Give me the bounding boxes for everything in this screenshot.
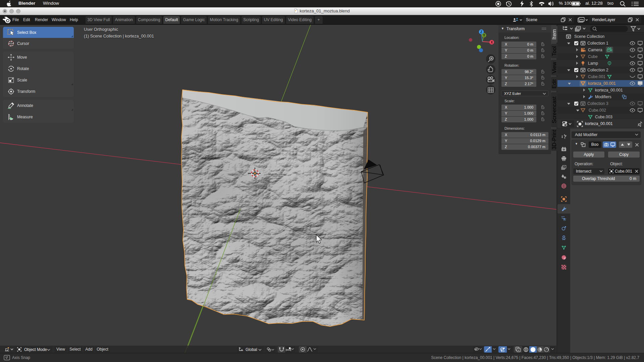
svg-text:X: X [491,41,493,44]
svg-text:Y: Y [483,34,485,37]
svg-text:Z: Z [480,30,482,34]
